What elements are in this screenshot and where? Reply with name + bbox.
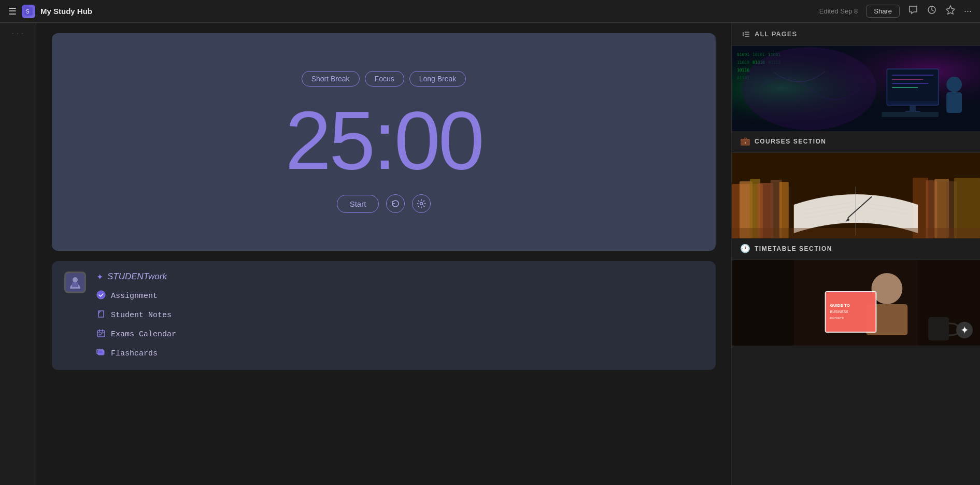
- svg-text:10101: 10101: [752, 52, 765, 57]
- timetable-card-footer: 🕐 TIMETABLE SECTION: [732, 238, 980, 260]
- timetable-card-label: TIMETABLE SECTION: [755, 245, 832, 252]
- center-content: Short Break Focus Long Break 25:00 Start: [36, 23, 731, 485]
- flashcards-label: Flashcards: [111, 349, 158, 358]
- left-sidebar: · · ·: [0, 23, 36, 485]
- page-card-courses[interactable]: 01001 11010 10110 01101 10101 01010 1100…: [732, 46, 980, 153]
- tab-focus[interactable]: Focus: [365, 71, 404, 87]
- tab-short-break[interactable]: Short Break: [302, 71, 360, 87]
- svg-text:10110: 10110: [737, 68, 749, 73]
- right-panel: ALL PAGES: [731, 23, 980, 485]
- svg-rect-39: [946, 92, 962, 113]
- timetable-card-icon: 🕐: [740, 244, 750, 253]
- courses-card-footer: 💼 COURSES SECTION: [732, 131, 980, 152]
- courses-card-label: COURSES SECTION: [755, 138, 827, 145]
- studentwork-content: ✦ STUDENTwork Assignment: [96, 272, 703, 360]
- svg-text:GUIDE TO: GUIDE TO: [830, 303, 850, 308]
- student-notes-icon: [96, 309, 106, 321]
- hamburger-icon[interactable]: ☰: [8, 6, 17, 17]
- timer-controls: Start: [337, 194, 431, 213]
- share-button[interactable]: Share: [866, 5, 900, 18]
- courses-image: 01001 11010 10110 01101 10101 01010 1100…: [732, 46, 980, 131]
- student-notes-label: Student Notes: [111, 311, 172, 320]
- svg-point-3: [420, 203, 423, 205]
- studentwork-title: STUDENTwork: [107, 272, 167, 282]
- list-item-student-notes[interactable]: Student Notes: [96, 309, 703, 321]
- page-card-business[interactable]: GUIDE TO BUSINESS GROWTH ✦: [732, 260, 980, 346]
- timetable-image: [732, 153, 980, 238]
- app-title: My Study Hub: [40, 7, 92, 16]
- tab-long-break[interactable]: Long Break: [409, 71, 466, 87]
- exams-calendar-label: Exams Calendar: [111, 330, 176, 339]
- flashcards-icon: [96, 348, 106, 360]
- courses-card-icon: 💼: [740, 136, 750, 146]
- edited-timestamp: Edited Sep 8: [819, 7, 858, 15]
- studentwork-title-row: ✦ STUDENTwork: [96, 272, 703, 282]
- svg-rect-60: [732, 228, 980, 238]
- assignment-icon: [96, 290, 106, 302]
- list-item-flashcards[interactable]: Flashcards: [96, 348, 703, 360]
- studentwork-widget: ✦ STUDENTwork Assignment: [52, 261, 716, 370]
- avatar: [64, 272, 86, 293]
- start-button[interactable]: Start: [337, 195, 379, 213]
- reset-button[interactable]: [386, 194, 405, 213]
- svg-point-5: [73, 277, 78, 282]
- sparkle-icon: ✦: [96, 272, 103, 282]
- studentwork-items: Assignment Student Notes: [96, 290, 703, 360]
- app-icon: S: [22, 5, 35, 18]
- all-pages-label: ALL PAGES: [755, 30, 797, 38]
- svg-point-8: [97, 291, 105, 299]
- timer-display: 25:00: [285, 99, 482, 182]
- svg-text:01001: 01001: [737, 52, 749, 57]
- svg-text:S: S: [26, 9, 30, 15]
- svg-rect-9: [97, 331, 105, 337]
- svg-rect-40: [882, 112, 939, 117]
- assignment-label: Assignment: [111, 292, 158, 301]
- list-item-exams-calendar[interactable]: Exams Calendar: [96, 329, 703, 340]
- svg-text:GROWTH: GROWTH: [830, 317, 844, 320]
- page-card-timetable[interactable]: 🕐 TIMETABLE SECTION: [732, 153, 980, 260]
- list-item-assignment[interactable]: Assignment: [96, 290, 703, 302]
- business-image: GUIDE TO BUSINESS GROWTH ✦: [732, 260, 980, 346]
- svg-rect-70: [732, 260, 794, 346]
- timer-tabs: Short Break Focus Long Break: [302, 71, 466, 87]
- svg-rect-31: [888, 70, 938, 101]
- svg-point-38: [946, 77, 962, 92]
- more-icon[interactable]: ···: [964, 6, 972, 17]
- exams-calendar-icon: [96, 329, 106, 340]
- sidebar-dots: · · ·: [12, 29, 24, 37]
- topbar-right: Edited Sep 8 Share ···: [819, 5, 972, 18]
- all-pages-header: ALL PAGES: [732, 23, 980, 46]
- comment-icon[interactable]: [908, 5, 918, 18]
- history-icon[interactable]: [927, 5, 937, 18]
- svg-rect-36: [910, 105, 916, 111]
- svg-text:11010: 11010: [737, 60, 749, 65]
- topbar: ☰ S My Study Hub Edited Sep 8 Share: [0, 0, 980, 23]
- topbar-left: ☰ S My Study Hub: [8, 5, 92, 18]
- sparkle-fab-button[interactable]: ✦: [956, 322, 973, 338]
- settings-button[interactable]: [412, 194, 431, 213]
- main-area: · · · Short Break Focus Long Break 25:00…: [0, 23, 980, 485]
- timer-widget: Short Break Focus Long Break 25:00 Start: [52, 33, 716, 251]
- star-icon[interactable]: [945, 5, 956, 18]
- svg-text:BUSINESS: BUSINESS: [830, 310, 849, 313]
